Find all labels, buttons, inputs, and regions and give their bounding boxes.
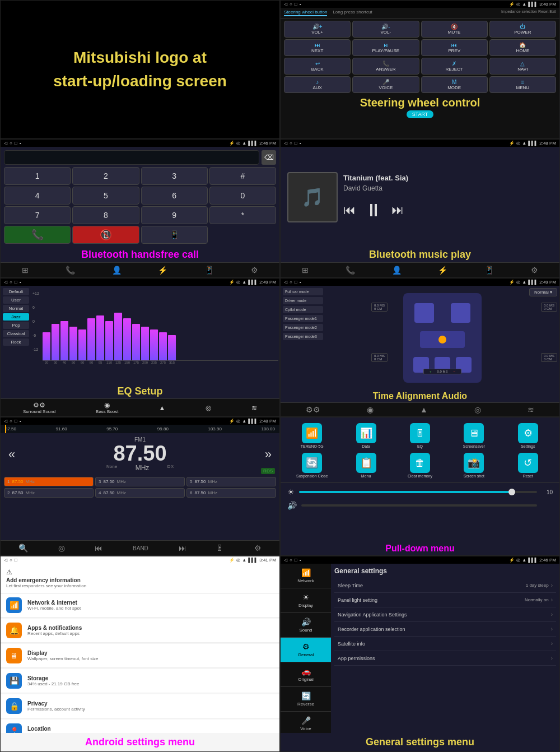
gs-setting-recorder[interactable]: Recorder application selection › (334, 622, 556, 637)
sw-btn-back[interactable]: ↩BACK (284, 58, 351, 75)
sw-btn-power[interactable]: ⏻POWER (489, 21, 556, 38)
ta-mode-driver[interactable]: Driver mode (283, 297, 323, 304)
dial-7[interactable]: 7 (4, 206, 71, 224)
preset-normal[interactable]: Normal (3, 305, 29, 312)
nav-phone-icon[interactable]: 📞 (66, 266, 75, 275)
preset-user[interactable]: User (3, 296, 29, 304)
ta-nav-5[interactable]: ≋ (528, 405, 534, 414)
android-item-storage[interactable]: 💾 Storage34% used - 21.19 GB free (1, 669, 279, 693)
nav-bt2-btmusic-icon[interactable]: 📱 (484, 266, 494, 275)
dial-8[interactable]: 8 (72, 206, 139, 224)
android-item-display[interactable]: 🖥 DisplayWallpaper, screen timeout, font… (1, 644, 279, 668)
pd-icon-wifi[interactable]: 📶 TERENO-5G (286, 423, 338, 448)
pd-icon-suspension[interactable]: 🔄 Suspension Close (286, 453, 338, 478)
gs-sidebar-sound[interactable]: 🔊 Sound (281, 613, 331, 638)
android-item-apps[interactable]: 🔔 Apps & notificationsRecent apps, defau… (1, 619, 279, 643)
backspace-button[interactable]: ⌫ (262, 150, 276, 165)
sw-btn-answer[interactable]: 📞ANSWER (352, 58, 419, 75)
fm-next-icon[interactable]: ⏭ (179, 544, 186, 553)
ta-nav-2[interactable]: ◉ (367, 405, 374, 414)
music-next-button[interactable]: ⏭ (391, 203, 404, 217)
dial-1[interactable]: 1 (4, 167, 71, 185)
ta-mode-pass2[interactable]: Passenger mode2 (283, 324, 323, 331)
gs-sidebar-voice[interactable]: 🎤 Voice (281, 712, 331, 733)
ta-mode-pass1[interactable]: Passenger mode1 (283, 315, 323, 322)
ta-nav-4[interactable]: ◎ (474, 405, 481, 414)
pd-icon-screensaver[interactable]: 🖥 Screensaver (448, 423, 500, 448)
fm-eq-icon[interactable]: 🎚 (216, 544, 224, 553)
fm-preset-4[interactable]: 487.50MHz (95, 488, 185, 498)
sw-btn-mute[interactable]: 🔇MUTE (421, 21, 488, 38)
ta-mode-copilot[interactable]: Cpilot mode (283, 306, 323, 313)
sw-btn-navi[interactable]: △NAVI (489, 58, 556, 75)
preset-classical[interactable]: Classical (3, 330, 29, 337)
nav-apps-btmusic-icon[interactable]: ⊞ (302, 266, 309, 275)
sw-btn-vol-plus[interactable]: 🔊+VOL+ (284, 21, 351, 38)
dial-5[interactable]: 5 (72, 187, 139, 205)
ta-nav-3[interactable]: ▲ (420, 405, 428, 414)
eq-bassboost-btn[interactable]: ◉Bass Boost (96, 401, 118, 414)
pd-icon-reset[interactable]: ↺ Reset (502, 453, 554, 478)
preset-rock[interactable]: Rock (3, 338, 29, 346)
sw-btn-mode[interactable]: MMODE (421, 76, 488, 93)
sw-start-badge[interactable]: START (407, 110, 434, 118)
preset-jazz[interactable]: Jazz (3, 313, 29, 321)
sw-btn-menu[interactable]: ≡MENU (489, 76, 556, 93)
sw-btn-aux[interactable]: ♪AUX (284, 76, 351, 93)
music-play-pause-button[interactable]: ⏸ (365, 200, 382, 221)
fm-next-button[interactable]: » (265, 447, 272, 462)
sw-btn-vol-minus[interactable]: 🔊-VOL- (352, 21, 419, 38)
gs-setting-app-perms[interactable]: App permissions › (334, 651, 556, 666)
nav-bt-icon[interactable]: ⚡ (158, 266, 167, 275)
nav-phone-btmusic-icon[interactable]: 📞 (346, 266, 355, 275)
pd-icon-screenshot[interactable]: 📸 Screen shot (448, 453, 500, 478)
music-prev-button[interactable]: ⏮ (343, 203, 356, 217)
fm-preset-2[interactable]: 287.50MHz (4, 488, 94, 498)
fm-search-icon[interactable]: 🔍 (18, 544, 28, 553)
pd-icon-data[interactable]: 📊 Data (340, 423, 391, 448)
nav-settings-btmusic-icon[interactable]: ⚙ (531, 266, 538, 275)
android-item-privacy[interactable]: 🔒 PrivacyPermissions, account activity (1, 694, 279, 718)
nav-bt2-icon[interactable]: 📱 (204, 266, 214, 275)
ta-mode-fullcar[interactable]: Full car mode (283, 288, 323, 295)
eq-surround-btn[interactable]: ⚙⚙Surround Sound (23, 401, 55, 414)
gs-setting-satellite[interactable]: Satellite info › (334, 637, 556, 651)
dial-6[interactable]: 6 (141, 187, 208, 205)
dial-0[interactable]: 0 (209, 187, 276, 205)
sw-btn-reject[interactable]: ✗REJECT (421, 58, 488, 75)
fm-scan-icon[interactable]: ◎ (58, 544, 65, 553)
dial-3[interactable]: 3 (141, 167, 208, 185)
gs-setting-sleep[interactable]: Sleep Time 1 day sleep › (334, 578, 556, 593)
eq-wave-btn[interactable]: ≋ (251, 404, 257, 412)
sw-btn-prev[interactable]: ⏮PREV (421, 39, 488, 56)
sw-btn-next[interactable]: ⏭NEXT (284, 39, 351, 56)
sw-btn-home[interactable]: 🏠HOME (489, 39, 556, 56)
preset-default[interactable]: Default (3, 288, 29, 295)
pd-icon-menu[interactable]: 📋 Menu (340, 453, 391, 478)
nav-bt-btmusic-icon[interactable]: ⚡ (438, 266, 447, 275)
sw-tab-2[interactable]: Long press shortcut (333, 10, 372, 16)
pd-icon-clearmem[interactable]: 🗑 Clear memory (394, 453, 446, 478)
fm-prev-icon[interactable]: ⏮ (95, 544, 102, 553)
eq-plus-btn[interactable]: ◎ (206, 404, 211, 412)
ta-nav-1[interactable]: ⚙⚙ (306, 405, 320, 414)
dial-4[interactable]: 4 (4, 187, 71, 205)
gs-setting-nav-app[interactable]: Navigation Application Settings › (334, 607, 556, 622)
fm-settings-icon[interactable]: ⚙ (254, 544, 262, 553)
fm-preset-5[interactable]: 587.50MHz (186, 477, 276, 486)
ta-normal-badge[interactable]: Normal ▾ (529, 288, 557, 296)
dial-star[interactable]: * (209, 206, 276, 224)
fm-preset-3[interactable]: 387.50MHz (95, 477, 185, 486)
gs-setting-panel-light[interactable]: Panel light setting Normally on › (334, 593, 556, 607)
fm-preset-1[interactable]: 187.50MHz (4, 477, 94, 486)
nav-contacts-btmusic-icon[interactable]: 👤 (392, 266, 402, 275)
android-item-location[interactable]: 📍 LocationOn - 9 apps have access to loc… (1, 719, 279, 733)
gs-sidebar-original[interactable]: 🚗 Original (281, 662, 331, 687)
nav-apps-icon[interactable]: ⊞ (22, 266, 29, 275)
pd-icon-settings[interactable]: ⚙ Settings (502, 423, 554, 448)
gs-sidebar-network[interactable]: 📶 Network (281, 564, 331, 588)
gs-sidebar-general[interactable]: ⚙ General (281, 638, 331, 662)
dial-phone-book[interactable]: 📱 (141, 226, 208, 244)
dial-9[interactable]: 9 (141, 206, 208, 224)
nav-contacts-icon[interactable]: 👤 (112, 266, 122, 275)
